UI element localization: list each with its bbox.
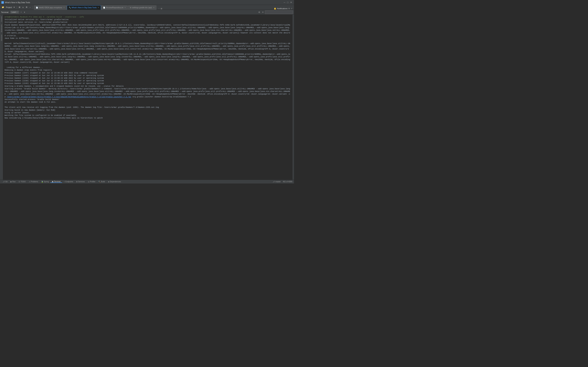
bottom-tab-label-spring: Spring bbox=[44, 181, 49, 183]
tab-review-close[interactable]: ✕ bbox=[124, 7, 126, 8]
terminal-scrollbar[interactable] bbox=[292, 15, 294, 180]
terminal-label: Terminal: bbox=[1, 11, 9, 13]
notifications-btn[interactable]: 🔔 bbox=[274, 8, 276, 10]
window-controls: ─ □ ✕ bbox=[283, 1, 293, 4]
tab-overflow-btn[interactable]: ⋯ bbox=[158, 8, 160, 10]
tab-intellij[interactable]: 📄 IntelliJ IDEA.app.vmoptions ✕ bbox=[34, 5, 67, 10]
bottom-tab-label-build: Build bbox=[101, 181, 105, 183]
bottom-tab-label-dependencies: Dependencies bbox=[110, 181, 121, 183]
bottom-tab-profiler[interactable]: ◎Profiler bbox=[86, 181, 97, 183]
sidebar-item-bookmarks[interactable]: Bookmarks bbox=[0, 23, 3, 33]
local-badge-label: Local bbox=[12, 11, 16, 13]
bottom-tab-icon-build: 🔨 bbox=[98, 181, 100, 183]
window-title: What's New in Big Data Tools bbox=[5, 1, 282, 3]
tab-whatsnew-icon: 🔧 bbox=[69, 7, 71, 8]
terminal-line: The client will now receive all logging … bbox=[5, 106, 291, 109]
sidebar-item-structure[interactable]: Structure bbox=[0, 33, 3, 42]
tab-more-btn[interactable]: ⊞ bbox=[161, 8, 162, 10]
project-label[interactable]: Project bbox=[5, 6, 13, 9]
terminal-line: Now considering [/Volumes/Data/Arma/Proj… bbox=[5, 117, 291, 119]
bottom-tab-todo[interactable]: ☑TODO bbox=[17, 181, 27, 183]
settings-gear-btn[interactable]: ⚙ bbox=[288, 8, 290, 10]
project-icon: 📁 bbox=[1, 6, 5, 9]
bottom-tab-dependencies[interactable]: ◈Dependencies bbox=[107, 181, 123, 183]
terminal-settings-btn[interactable]: ⚙ bbox=[258, 11, 261, 14]
bottom-tab-icon-services: ⊞ bbox=[76, 181, 78, 183]
bottom-tab-build[interactable]: 🔨Build bbox=[97, 181, 106, 183]
bottom-tab-label-run: Run bbox=[12, 181, 16, 183]
bottom-tab-label-git: Git bbox=[5, 181, 8, 183]
tab-intellij-label: IntelliJ IDEA.app.vmoptions bbox=[39, 7, 62, 8]
terminal-line: arma@techdevs-MacBook-Pro demo-api % ./g… bbox=[5, 16, 291, 18]
bottom-tab-icon-endpoints: ⊹ bbox=[63, 181, 65, 183]
project-dropdown[interactable]: ▾ bbox=[13, 6, 15, 9]
project-section: 📁 Project ▾ bbox=[1, 6, 15, 9]
gradle-link[interactable]: /Users/arma/.gradle/wrapper/dists/gradle… bbox=[7, 96, 131, 98]
local-badge-close[interactable]: ✕ bbox=[16, 11, 18, 13]
terminal-line: Looking for a different daemon... bbox=[5, 66, 291, 69]
bottom-tabs: ⎇Git▶Run☑TODO⚠Problems🍃Spring▣Terminal⊹E… bbox=[1, 181, 123, 183]
bottom-tab-icon-terminal: ▣ bbox=[52, 181, 53, 183]
bottom-tab-run[interactable]: ▶Run bbox=[9, 181, 17, 183]
bottom-tab-icon-dependencies: ◈ bbox=[108, 181, 109, 183]
terminal-line: Java home is different. bbox=[5, 37, 291, 40]
terminal-line: Found daemon DaemonInfo{pid=2316, addres… bbox=[5, 24, 291, 37]
terminal-line bbox=[5, 64, 291, 66]
title-bar: 🔧 What's New in Big Data Tools ─ □ ✕ bbox=[0, 0, 294, 5]
terminal-line: Watching the file system is configured t… bbox=[5, 114, 291, 117]
git-branch-icon: ⎇ bbox=[273, 181, 275, 183]
terminal-line: Previous Daemon (2247) stopped at Sun Ju… bbox=[5, 72, 291, 74]
terminal-output: arma@techdevs-MacBook-Pro demo-api % ./g… bbox=[3, 15, 292, 180]
tab-whatsnew[interactable]: 🔧 What's New in Big Data Tools ✕ bbox=[67, 5, 101, 10]
bottom-tab-label-problems: Problems bbox=[31, 181, 38, 183]
bottom-tab-icon-problems: ⚠ bbox=[29, 181, 30, 183]
terminal-controls-right: ⚙ ✕ bbox=[258, 10, 293, 14]
terminal-line: Previous Daemon (2238) stopped at Sun Ju… bbox=[5, 80, 291, 82]
bottom-tab-endpoints[interactable]: ⊹Endpoints bbox=[62, 181, 75, 183]
bottom-tab-label-services: Services bbox=[78, 181, 85, 183]
app-icon: 🔧 bbox=[1, 1, 4, 4]
terminal-close-btn[interactable]: ✕ bbox=[261, 11, 264, 14]
tab-settings[interactable]: ⚙ settings.gradle.kts (api) ✕ bbox=[128, 5, 156, 10]
bottom-tab-problems[interactable]: ⚠Problems bbox=[27, 181, 40, 183]
tab-settings-close[interactable]: ✕ bbox=[153, 7, 155, 8]
bottom-tab-icon-profiler: ◎ bbox=[88, 181, 89, 183]
add-terminal-btn[interactable]: ＋ bbox=[20, 10, 23, 14]
tab-whatsnew-close[interactable]: ✕ bbox=[98, 7, 99, 8]
expand-btn[interactable]: ↗ bbox=[291, 8, 292, 10]
bottom-tab-icon-todo: ☑ bbox=[18, 181, 20, 183]
tab-review-icon: 📄 bbox=[103, 7, 105, 8]
tab-review[interactable]: 📄 ReviewRepository.kt ✕ bbox=[101, 5, 128, 10]
maximize-button[interactable]: □ bbox=[286, 1, 289, 4]
terminal-search-input[interactable] bbox=[265, 10, 293, 14]
sidebar-item-commit[interactable]: Commit bbox=[0, 15, 3, 23]
terminal-line bbox=[5, 103, 291, 106]
terminal-controls-left: Terminal: Local ✕ ＋ ▾ bbox=[1, 10, 26, 14]
minimize-button[interactable]: ─ bbox=[283, 1, 286, 4]
collapse-button[interactable]: − bbox=[29, 6, 31, 9]
notifications-label[interactable]: Notifications bbox=[277, 8, 287, 10]
terminal-line: Wanted: DefaultDaemonContext[uid=null,ja… bbox=[5, 42, 291, 53]
main-area: Commit Bookmarks Structure arma@techdevs… bbox=[0, 15, 294, 180]
terminal-line: Removing 0 daemon stop events from regis… bbox=[5, 69, 291, 71]
tab-intellij-close[interactable]: ✕ bbox=[63, 7, 65, 8]
tab-settings-label: settings.gradle.kts (api) bbox=[132, 7, 152, 8]
bottom-tab-icon-run: ▶ bbox=[10, 181, 12, 183]
terminal-line: Using 12 worker leases. bbox=[5, 111, 291, 114]
terminal-line: Starting a Gradle Daemon, 1 incompatible… bbox=[5, 85, 291, 88]
bottom-tab-git[interactable]: ⎇Git bbox=[1, 181, 9, 183]
bottom-tab-services[interactable]: ⊞Services bbox=[75, 181, 86, 183]
local-tab-badge[interactable]: Local ✕ bbox=[10, 11, 19, 13]
terminal-dropdown-btn[interactable]: ▾ bbox=[24, 11, 26, 14]
tabs-container: 📄 IntelliJ IDEA.app.vmoptions ✕ 🔧 What's… bbox=[34, 5, 293, 10]
bottom-tab-spring[interactable]: 🍃Spring bbox=[40, 181, 50, 183]
close-button[interactable]: ✕ bbox=[290, 1, 293, 4]
terminal-line bbox=[5, 40, 291, 42]
layout-grid-button[interactable]: ⊞ bbox=[18, 6, 21, 9]
layout-list-button[interactable]: ≡ bbox=[22, 6, 24, 9]
branch-name[interactable]: master bbox=[276, 181, 281, 183]
terminal-line: Previous Daemon (2233) stopped at Sun Ju… bbox=[5, 77, 291, 80]
status-right: ⎇ master 462 of 4096↑ bbox=[273, 181, 293, 183]
settings-button[interactable]: ⚙ bbox=[25, 6, 28, 9]
bottom-tab-terminal[interactable]: ▣Terminal bbox=[50, 181, 62, 183]
